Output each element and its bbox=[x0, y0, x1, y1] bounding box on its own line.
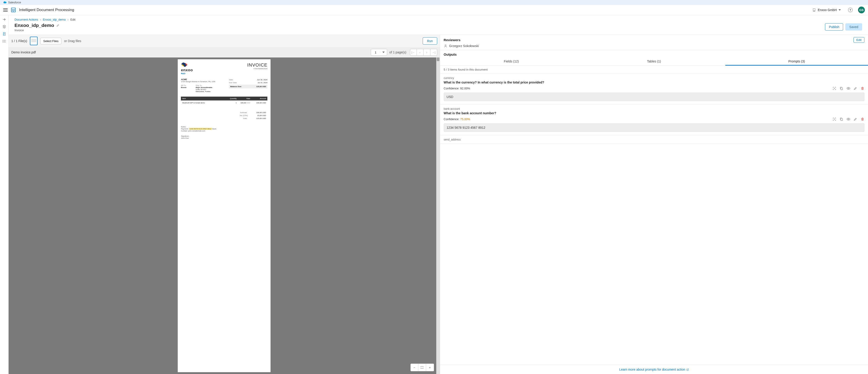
rename-button[interactable] bbox=[56, 24, 60, 27]
document-toolbar: Demo invoice.pdf 1 of 1 page(s) |← ‹ › →… bbox=[9, 47, 440, 58]
svg-point-20 bbox=[445, 45, 446, 46]
outputs-tabs: Fields (12) Tables (1) Prompts (3) bbox=[440, 57, 868, 66]
zoom-out-button[interactable]: − bbox=[411, 364, 418, 371]
rail-expand-button[interactable] bbox=[2, 18, 6, 22]
visibility-icon[interactable] bbox=[846, 87, 850, 90]
ship-to-label: Ship To: bbox=[196, 84, 212, 87]
copy-icon[interactable] bbox=[839, 87, 843, 90]
select-files-button[interactable]: Select Files bbox=[40, 38, 61, 44]
highlighted-account: 1234 5678 9123 4567 8912 bbox=[189, 128, 212, 130]
balance-value: 123,00 USD bbox=[256, 86, 266, 88]
learn-more-bar: Learn more about prompts for document ac… bbox=[440, 365, 868, 374]
vendor-logo-icon bbox=[181, 63, 188, 67]
delete-icon[interactable] bbox=[861, 117, 864, 121]
vendor-address: 1725 Slough Avenue in Scranton, PA, USA bbox=[181, 80, 229, 82]
prompt-card: send_address bbox=[440, 135, 868, 144]
prompt-card: currency What is the currency? In what c… bbox=[440, 74, 868, 105]
prompt-value[interactable]: USD bbox=[444, 93, 864, 101]
page-title: Enxoo_idp_demo bbox=[14, 23, 54, 28]
salesforce-cloud-icon bbox=[3, 1, 7, 4]
document-name: Demo invoice.pdf bbox=[11, 50, 36, 54]
first-page-button[interactable]: |← bbox=[410, 49, 417, 56]
prompt-question: What is the currency? In what currency i… bbox=[444, 80, 864, 84]
user-icon bbox=[444, 44, 447, 48]
crumb-item[interactable]: Enxoo_idp_demo bbox=[43, 18, 66, 21]
file-count: 1 / 1 File(s) bbox=[11, 39, 27, 43]
help-button[interactable]: ? bbox=[848, 8, 852, 12]
publish-button[interactable]: Publish bbox=[825, 23, 843, 31]
prompt-confidence: Confidence: 92.00% bbox=[444, 87, 470, 90]
file-thumbnail[interactable] bbox=[30, 37, 38, 45]
balance-label: Balance Due: bbox=[230, 86, 242, 88]
invoice-heading: INVOICE bbox=[247, 63, 267, 68]
invoice-totals: Subtotal:100,00 USD Tax (23%):23,00 USD … bbox=[181, 111, 267, 120]
org-switcher[interactable]: Enxoo GmbH bbox=[812, 8, 841, 12]
last-page-button[interactable]: →| bbox=[430, 49, 437, 56]
prompts-list[interactable]: 5 / 3 items found in this document curre… bbox=[440, 66, 868, 365]
external-link-icon bbox=[686, 368, 689, 371]
svg-point-24 bbox=[834, 119, 835, 120]
date-value: Jun 30, 2024 bbox=[257, 79, 267, 81]
vendor-name: ACME bbox=[181, 78, 229, 80]
run-button[interactable]: Run bbox=[423, 37, 437, 44]
line-item-row: MuleSoft IDP & Gmail demo 1 100,00USD 10… bbox=[181, 100, 267, 105]
svg-point-21 bbox=[834, 88, 835, 89]
document-page: enxoo R&D INVOICE # IN/200/06/2024 ACME bbox=[178, 59, 271, 372]
invoice-notes: Notes: Payment: 1234 5678 9123 4567 8912… bbox=[181, 126, 267, 132]
tab-fields[interactable]: Fields (12) bbox=[440, 57, 583, 65]
salesforce-brand-bar: Salesforce bbox=[0, 0, 868, 5]
nav-menu-button[interactable] bbox=[3, 8, 8, 12]
prompt-key: bank-account bbox=[444, 107, 864, 110]
locate-icon[interactable] bbox=[833, 87, 836, 90]
building-icon bbox=[812, 8, 816, 12]
prompt-key: send_address bbox=[444, 138, 864, 141]
reviewer-item: Grzegorz Sokołowski bbox=[440, 44, 868, 50]
breadcrumb: Document Actions › Enxoo_idp_demo › Edit bbox=[14, 18, 862, 21]
vendor-brand: enxoo bbox=[181, 68, 193, 72]
items-found-text: 5 / 3 items found in this document bbox=[440, 66, 868, 74]
next-page-button[interactable]: › bbox=[424, 49, 430, 56]
ship-to-l2: 123a, 02-017 bbox=[196, 89, 212, 91]
date-label: Date: bbox=[229, 79, 233, 81]
prompt-value[interactable]: 1234 5678 9123 4567 8912 bbox=[444, 123, 864, 132]
delete-icon[interactable] bbox=[861, 87, 864, 90]
reviewer-name: Grzegorz Sokołowski bbox=[449, 44, 479, 48]
edit-icon[interactable] bbox=[854, 87, 857, 90]
rail-item-layers[interactable] bbox=[2, 25, 6, 29]
reviewers-edit-button[interactable]: Edit bbox=[854, 37, 864, 43]
invoice-signature: Signature: John Doe bbox=[181, 135, 267, 139]
drag-hint: or Drag files bbox=[64, 39, 81, 43]
zoom-in-button[interactable]: + bbox=[426, 364, 434, 371]
learn-more-link[interactable]: Learn more about prompts for document ac… bbox=[619, 368, 689, 371]
svg-rect-6 bbox=[814, 11, 814, 11]
crumb-sep: › bbox=[67, 18, 68, 21]
rail-item-list[interactable] bbox=[2, 39, 6, 43]
locate-icon[interactable] bbox=[833, 117, 836, 121]
tab-tables[interactable]: Tables (1) bbox=[583, 57, 725, 65]
prompt-confidence: Confidence: 75.00% bbox=[444, 117, 470, 121]
rail-item-document[interactable] bbox=[2, 32, 6, 36]
document-viewer[interactable]: enxoo R&D INVOICE # IN/200/06/2024 ACME bbox=[9, 58, 440, 374]
zoom-fit-button[interactable] bbox=[418, 364, 426, 371]
tab-prompts[interactable]: Prompts (3) bbox=[725, 57, 868, 65]
bill-to-value: Enxoo bbox=[181, 87, 186, 89]
reviewers-title: Reviewers bbox=[444, 38, 461, 42]
zoom-controls: − + bbox=[410, 364, 434, 371]
app-title: Intelligent Document Processing bbox=[19, 8, 74, 12]
visibility-icon[interactable] bbox=[846, 117, 850, 121]
outputs-title: Outputs bbox=[440, 50, 868, 57]
copy-icon[interactable] bbox=[839, 117, 843, 121]
viewer-scrollbar[interactable] bbox=[436, 58, 440, 374]
vendor-brand-sub: R&D bbox=[181, 72, 193, 75]
crumb-root[interactable]: Document Actions bbox=[14, 18, 38, 21]
user-avatar[interactable]: GS bbox=[858, 6, 865, 13]
edit-icon[interactable] bbox=[854, 117, 857, 121]
reviewers-header: Reviewers Edit bbox=[440, 35, 868, 44]
app-header: Intelligent Document Processing Enxoo Gm… bbox=[0, 5, 868, 15]
svg-point-14 bbox=[3, 40, 3, 40]
prev-page-button[interactable]: ‹ bbox=[417, 49, 424, 56]
prompt-question: What is the bank account number? bbox=[444, 111, 864, 115]
svg-rect-1 bbox=[813, 9, 815, 11]
due-label: Due Date: bbox=[229, 82, 237, 84]
page-select[interactable]: 1 bbox=[371, 49, 387, 56]
